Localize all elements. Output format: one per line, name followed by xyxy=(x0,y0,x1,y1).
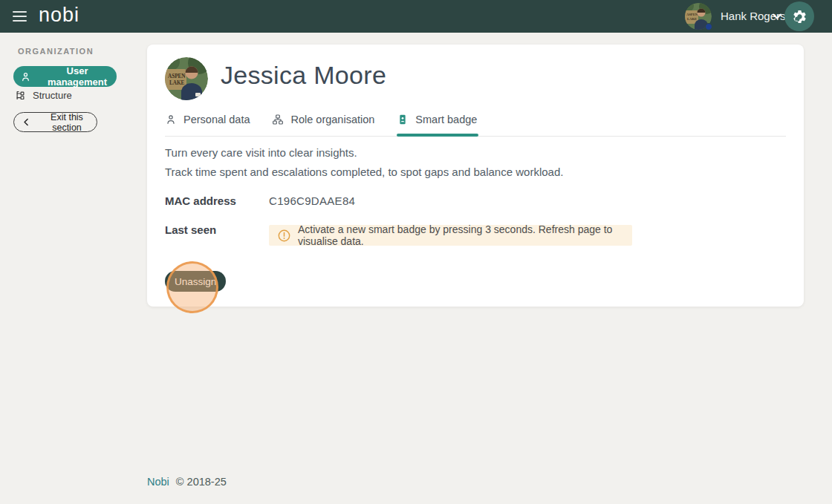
menu-icon[interactable] xyxy=(13,11,27,22)
tab-label: Personal data xyxy=(183,114,250,125)
sidebar-item-user-management[interactable]: User management xyxy=(13,66,117,87)
unassign-button[interactable]: Unassign xyxy=(165,271,226,292)
sidebar-item-label: Structure xyxy=(33,90,72,101)
user-avatar[interactable]: ASPEN LAKE xyxy=(685,3,712,30)
last-seen-label: Last seen xyxy=(165,223,216,236)
tab-role-organisation[interactable]: Role organisation xyxy=(272,107,376,136)
sidebar-item-label: User management xyxy=(38,65,117,88)
topbar: nobi ASPEN LAKE Hank Rogers xyxy=(0,0,832,33)
mac-address-value: C196C9DAAE84 xyxy=(269,194,355,207)
svg-text:LAKE: LAKE xyxy=(687,17,697,21)
svg-text:LAKE: LAKE xyxy=(169,80,185,86)
org-tree-icon xyxy=(15,90,26,101)
svg-text:ASPEN: ASPEN xyxy=(168,73,186,79)
profile-tabs: Personal data Role organisation xyxy=(165,107,786,137)
settings-button[interactable] xyxy=(784,1,814,31)
tab-personal-data[interactable]: Personal data xyxy=(165,107,251,136)
footer: Nobi © 2018-25 xyxy=(147,476,227,488)
person-icon xyxy=(165,114,177,125)
smart-badge-description: Turn every care visit into clear insight… xyxy=(165,143,563,182)
footer-copyright: © 2018-25 xyxy=(176,476,227,488)
exit-section-button[interactable]: Exit this section xyxy=(13,112,97,132)
tab-smart-badge[interactable]: Smart badge xyxy=(397,107,478,136)
app-logo: nobi xyxy=(39,4,79,27)
exit-section-label: Exit this section xyxy=(37,112,97,133)
tab-label: Smart badge xyxy=(415,114,477,125)
mac-address-label: MAC address xyxy=(165,194,236,207)
exclamation-circle-icon xyxy=(278,229,290,242)
svg-text:ASPEN: ASPEN xyxy=(686,13,698,16)
tab-label: Role organisation xyxy=(290,114,374,125)
sidebar-item-structure[interactable]: Structure xyxy=(15,88,72,102)
status-dot xyxy=(705,23,712,30)
app-root: nobi ASPEN LAKE Hank Rogers xyxy=(0,0,832,504)
person-icon xyxy=(20,71,31,82)
footer-brand-link[interactable]: Nobi xyxy=(147,476,169,488)
gear-icon xyxy=(792,9,807,24)
sidebar-section-label: ORGANIZATION xyxy=(18,47,94,56)
chevron-down-icon[interactable] xyxy=(771,10,783,22)
page-title: Jessica Moore xyxy=(221,60,386,91)
chevron-left-icon xyxy=(22,117,31,127)
org-chart-icon xyxy=(272,114,284,125)
id-badge-icon xyxy=(397,114,409,125)
profile-avatar: ASPEN LAKE xyxy=(165,57,208,100)
profile-card: ASPEN LAKE Jessica Moore Personal data xyxy=(147,45,804,307)
warning-message: Activate a new smart badge by pressing 3… xyxy=(298,223,623,247)
warning-banner: Activate a new smart badge by pressing 3… xyxy=(269,225,632,246)
